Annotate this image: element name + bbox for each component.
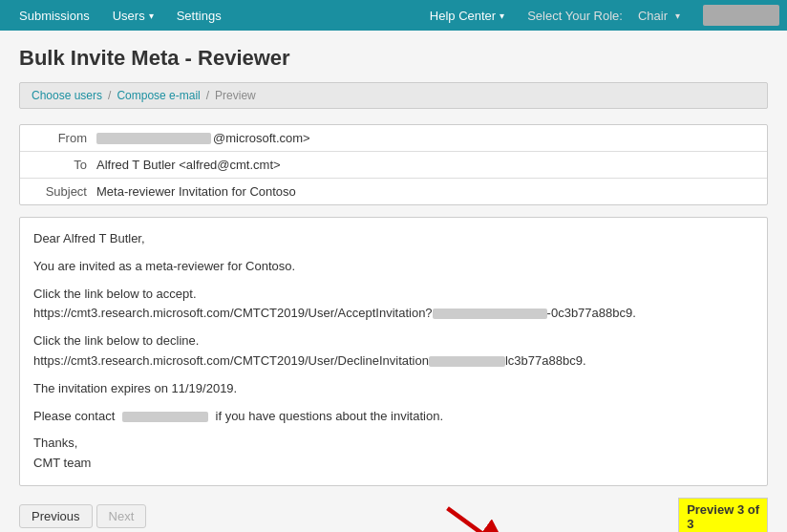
from-value: @microsoft.com> (96, 131, 310, 145)
users-dropdown-icon: ▾ (149, 11, 154, 21)
email-subject-row: Subject Meta-reviewer Invitation for Con… (20, 179, 767, 204)
body-decline-prompt: Click the link below to decline. (33, 331, 754, 351)
preview-nav-buttons: Previous Next (19, 504, 146, 528)
nav-settings[interactable]: Settings (165, 0, 233, 31)
breadcrumb-sep-2: / (206, 89, 209, 102)
decline-link-redacted (429, 356, 505, 367)
page-content: Bulk Invite Meta - Reviewer Choose users… (0, 31, 787, 532)
nav-users[interactable]: Users ▾ (101, 0, 165, 31)
navbar: Submissions Users ▾ Settings Help Center… (0, 0, 787, 31)
next-button[interactable]: Next (96, 504, 147, 528)
breadcrumb-choose-users[interactable]: Choose users (32, 89, 102, 102)
nav-submissions[interactable]: Submissions (8, 0, 101, 31)
page-title: Bulk Invite Meta - Reviewer (19, 46, 768, 71)
nav-role-area: Select Your Role: Chair ▾ (516, 0, 695, 31)
to-label: To (30, 158, 87, 172)
preview-nav-row: Previous Next Preview 3 of3 (19, 498, 768, 532)
nav-role-selector[interactable]: Chair ▾ (627, 0, 695, 31)
breadcrumb-sep-1: / (108, 89, 111, 102)
body-accept-prompt: Click the link below to accept. (33, 285, 754, 305)
email-form: From @microsoft.com> To Alfred T Butler … (19, 124, 768, 205)
accept-link-redacted (433, 309, 547, 319)
breadcrumb-compose-email[interactable]: Compose e-mail (117, 89, 200, 102)
breadcrumb-preview: Preview (215, 89, 256, 102)
body-expiry: The invitation expires on 11/19/2019. (33, 379, 754, 399)
subject-label: Subject (30, 184, 87, 199)
from-label: From (30, 131, 87, 145)
from-redacted (96, 133, 211, 144)
nav-user-display[interactable] (703, 5, 779, 26)
help-dropdown-icon: ▾ (500, 11, 504, 21)
email-to-row: To Alfred T Butler <alfred@cmt.cmt> (20, 152, 767, 179)
prev-button[interactable]: Previous (19, 504, 93, 528)
contact-redacted (122, 412, 208, 422)
nav-help[interactable]: Help Center ▾ (418, 0, 516, 31)
body-greeting: Dear Alfred T Butler, (33, 229, 754, 249)
body-invite: You are invited as a meta-reviewer for C… (33, 257, 754, 277)
role-dropdown-icon: ▾ (675, 11, 680, 21)
body-accept-link: https://cmt3.research.microsoft.com/CMTC… (33, 304, 754, 324)
preview-badge: Preview 3 of3 (678, 498, 768, 532)
email-body: Dear Alfred T Butler, You are invited as… (19, 217, 768, 486)
body-sign2: CMT team (33, 454, 754, 474)
email-from-row: From @microsoft.com> (20, 125, 767, 152)
body-decline-link: https://cmt3.research.microsoft.com/CMTC… (33, 351, 754, 372)
breadcrumb: Choose users / Compose e-mail / Preview (19, 82, 768, 109)
subject-value: Meta-reviewer Invitation for Contoso (96, 184, 296, 199)
to-value: Alfred T Butler <alfred@cmt.cmt> (96, 158, 281, 172)
body-sign1: Thanks, (33, 434, 754, 454)
body-contact: Please contact if you have questions abo… (33, 407, 754, 427)
